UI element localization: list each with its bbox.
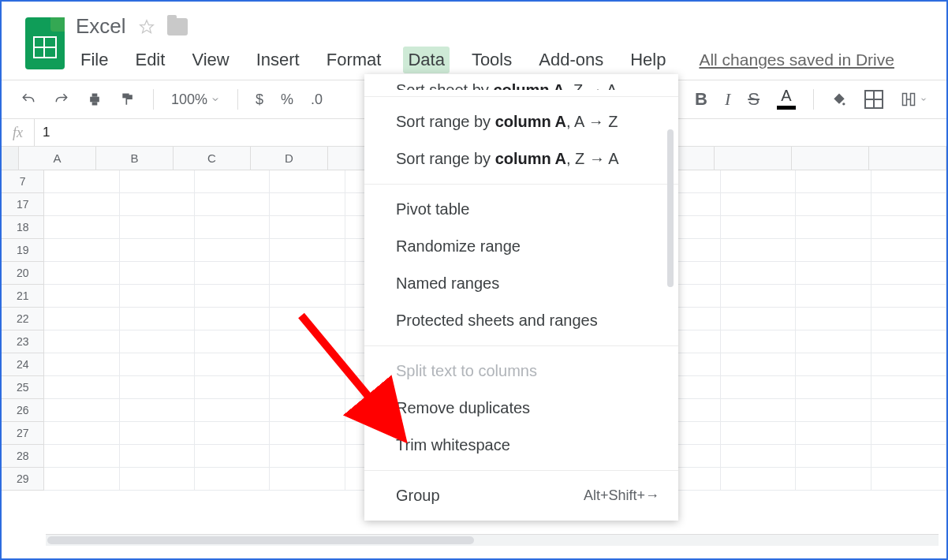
cell[interactable] [796, 353, 871, 376]
cell[interactable] [270, 330, 345, 353]
cell[interactable] [871, 445, 946, 468]
menu-view[interactable]: View [187, 47, 233, 73]
column-header[interactable] [869, 147, 946, 170]
formula-value[interactable]: 1 [35, 125, 58, 140]
cell[interactable] [120, 422, 195, 445]
italic-button[interactable]: I [720, 86, 735, 113]
cell[interactable] [120, 239, 195, 262]
borders-button[interactable] [860, 87, 888, 112]
merge-cells-button[interactable] [896, 88, 932, 110]
menu-scrollbar[interactable] [667, 129, 674, 287]
cell[interactable] [195, 285, 270, 308]
column-header[interactable] [715, 147, 792, 170]
cell[interactable] [796, 170, 871, 193]
cell[interactable] [44, 239, 119, 262]
cell[interactable] [44, 353, 119, 376]
column-header[interactable]: A [19, 147, 96, 170]
menu-insert[interactable]: Insert [252, 47, 304, 73]
column-header[interactable]: C [174, 147, 251, 170]
column-header[interactable]: D [251, 147, 328, 170]
cell[interactable] [871, 399, 946, 422]
row-header[interactable]: 24 [2, 353, 44, 376]
menu-item-remove-duplicates[interactable]: Remove duplicates [364, 390, 678, 427]
cell[interactable] [721, 445, 796, 468]
menu-tools[interactable]: Tools [467, 47, 517, 73]
document-title[interactable]: Excel [76, 14, 126, 39]
bold-button[interactable]: B [690, 86, 712, 113]
zoom-select[interactable]: 100% [166, 88, 225, 111]
cell[interactable] [195, 445, 270, 468]
fill-color-button[interactable] [827, 88, 852, 110]
cell[interactable] [721, 353, 796, 376]
cell[interactable] [270, 193, 345, 216]
column-header[interactable] [792, 147, 869, 170]
cell[interactable] [270, 216, 345, 239]
strikethrough-button[interactable]: S [743, 86, 764, 113]
cell[interactable] [195, 422, 270, 445]
cell[interactable] [796, 468, 871, 491]
cell[interactable] [796, 193, 871, 216]
cell[interactable] [721, 193, 796, 216]
horizontal-scrollbar[interactable] [46, 534, 939, 546]
cell[interactable] [721, 216, 796, 239]
menu-format[interactable]: Format [322, 47, 386, 73]
cell[interactable] [44, 216, 119, 239]
decrease-decimal-button[interactable]: .0 [306, 88, 327, 111]
cell[interactable] [120, 285, 195, 308]
menu-item-named-ranges[interactable]: Named ranges [364, 265, 678, 302]
cell[interactable] [120, 193, 195, 216]
cell[interactable] [796, 262, 871, 285]
row-header[interactable]: 23 [2, 330, 44, 353]
cell[interactable] [871, 422, 946, 445]
cell[interactable] [44, 445, 119, 468]
cell[interactable] [120, 353, 195, 376]
folder-icon[interactable] [167, 18, 188, 35]
cell[interactable] [721, 376, 796, 399]
cell[interactable] [195, 216, 270, 239]
cell[interactable] [195, 170, 270, 193]
cell[interactable] [796, 216, 871, 239]
cell[interactable] [721, 468, 796, 491]
format-currency-button[interactable]: $ [251, 88, 268, 111]
cell[interactable] [270, 445, 345, 468]
cell[interactable] [796, 330, 871, 353]
cell[interactable] [195, 376, 270, 399]
cell[interactable] [871, 468, 946, 491]
menu-edit[interactable]: Edit [130, 47, 170, 73]
cell[interactable] [44, 330, 119, 353]
cell[interactable] [120, 262, 195, 285]
row-header[interactable]: 28 [2, 445, 44, 468]
menu-item-randomize-range[interactable]: Randomize range [364, 228, 678, 265]
cell[interactable] [721, 262, 796, 285]
cell[interactable] [721, 330, 796, 353]
undo-button[interactable] [16, 88, 41, 110]
cell[interactable] [195, 308, 270, 330]
cell[interactable] [796, 445, 871, 468]
cell[interactable] [270, 308, 345, 330]
cell[interactable] [871, 308, 946, 330]
cell[interactable] [871, 353, 946, 376]
cell[interactable] [270, 422, 345, 445]
cell[interactable] [195, 399, 270, 422]
cell[interactable] [120, 170, 195, 193]
cell[interactable] [871, 376, 946, 399]
cell[interactable] [721, 422, 796, 445]
cell[interactable] [721, 239, 796, 262]
row-header[interactable]: 7 [2, 170, 44, 193]
menu-item-group[interactable]: GroupAlt+Shift+→ [364, 477, 678, 514]
row-header[interactable]: 26 [2, 399, 44, 422]
cell[interactable] [195, 193, 270, 216]
drive-status[interactable]: All changes saved in Drive [699, 50, 894, 69]
cell[interactable] [120, 376, 195, 399]
cell[interactable] [796, 285, 871, 308]
menu-item-trim-whitespace[interactable]: Trim whitespace [364, 427, 678, 464]
format-percent-button[interactable]: % [276, 88, 298, 111]
cell[interactable] [44, 285, 119, 308]
cell[interactable] [270, 376, 345, 399]
cell[interactable] [871, 330, 946, 353]
cell[interactable] [120, 445, 195, 468]
cell[interactable] [44, 308, 119, 330]
cell[interactable] [871, 262, 946, 285]
cell[interactable] [270, 285, 345, 308]
cell[interactable] [195, 239, 270, 262]
